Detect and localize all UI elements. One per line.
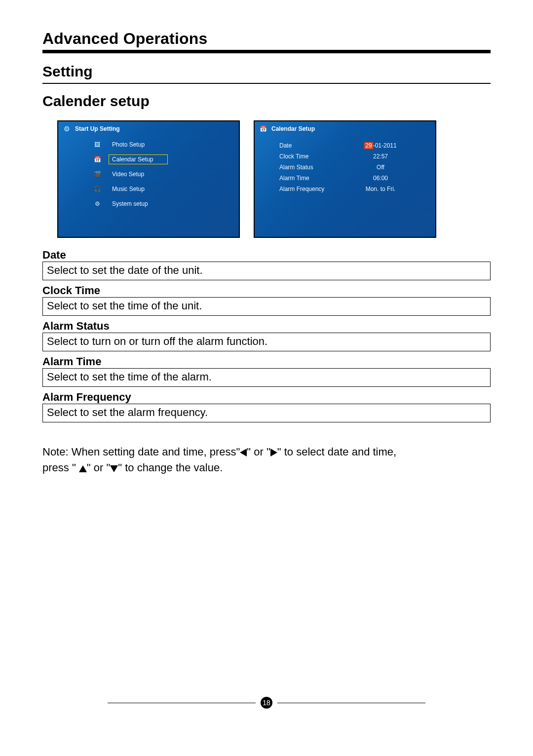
definition-label: Clock Time (42, 284, 491, 297)
note-text: Note: When setting date and time, press"… (42, 444, 491, 476)
calendar-icon (259, 124, 267, 133)
video-icon (93, 171, 102, 178)
triangle-right-icon (270, 449, 277, 456)
photo-icon (93, 141, 102, 148)
detail-value: 29-01-2011 (353, 142, 408, 149)
detail-value: Off (353, 164, 408, 171)
menu-item-music-setup[interactable]: Music Setup (93, 182, 239, 196)
title-rule (42, 50, 491, 53)
detail-row-date[interactable]: Date 29-01-2011 (279, 140, 435, 151)
menu-label: System setup (109, 199, 152, 209)
screenshots-row: Start Up Setting Photo Setup Calendar Se… (57, 120, 491, 238)
menu-label: Video Setup (109, 169, 148, 179)
calender-setup-heading: Calender setup (42, 93, 491, 110)
detail-row-alarm-time[interactable]: Alarm Time 06:00 (279, 173, 435, 184)
triangle-up-icon (79, 465, 87, 472)
detail-label: Date (279, 142, 353, 149)
triangle-left-icon (240, 449, 247, 456)
triangle-down-icon (110, 465, 118, 472)
definition-date: Date Select to set the date of the unit. (42, 249, 491, 280)
definition-text: Select to turn on or turn off the alarm … (42, 333, 491, 351)
footer-rule-right (277, 703, 425, 703)
detail-label: Alarm Status (279, 164, 353, 171)
menu-label: Calendar Setup (109, 154, 168, 164)
setting-heading: Setting (42, 63, 491, 80)
menu-item-system-setup[interactable]: System setup (93, 196, 239, 211)
page-number: 18 (261, 697, 272, 709)
definition-clock-time: Clock Time Select to set the time of the… (42, 284, 491, 316)
detail-value: Mon. to Fri. (353, 186, 408, 192)
definition-alarm-frequency: Alarm Frequency Select to set the alarm … (42, 391, 491, 422)
definition-label: Alarm Frequency (42, 391, 491, 404)
menu-item-photo-setup[interactable]: Photo Setup (93, 137, 239, 152)
gear-icon (93, 200, 102, 207)
definition-text: Select to set the alarm frequency. (42, 404, 491, 422)
definition-text: Select to set the date of the unit. (42, 262, 491, 280)
detail-label: Alarm Time (279, 175, 353, 182)
calendar-icon (93, 156, 102, 163)
definition-alarm-time: Alarm Time Select to set the time of the… (42, 355, 491, 387)
setting-rule (42, 83, 491, 84)
definition-alarm-status: Alarm Status Select to turn on or turn o… (42, 320, 491, 351)
footer-rule-left (108, 703, 256, 703)
detail-label: Clock Time (279, 153, 353, 160)
gear-icon (62, 124, 71, 133)
detail-label: Alarm Frequency (279, 186, 353, 192)
screenshot-calendar-setup: Calendar Setup Date 29-01-2011 Clock Tim… (254, 120, 436, 238)
detail-row-clock-time[interactable]: Clock Time 22:57 (279, 151, 435, 162)
menu-label: Music Setup (109, 184, 148, 194)
page-title: Advanced Operations (42, 30, 491, 48)
headphones-icon (93, 186, 102, 192)
detail-row-alarm-status[interactable]: Alarm Status Off (279, 162, 435, 173)
page-footer: 18 (0, 697, 533, 709)
definition-label: Date (42, 249, 491, 262)
definition-label: Alarm Time (42, 355, 491, 368)
detail-value: 06:00 (353, 175, 408, 182)
detail-value: 22:57 (353, 153, 408, 160)
screen-right-title: Calendar Setup (271, 125, 315, 132)
definition-text: Select to set the time of the unit. (42, 297, 491, 316)
definition-label: Alarm Status (42, 320, 491, 333)
menu-label: Photo Setup (109, 140, 148, 150)
screen-left-title: Start Up Setting (75, 125, 120, 132)
screenshot-startup-setting: Start Up Setting Photo Setup Calendar Se… (57, 120, 240, 238)
menu-item-calendar-setup[interactable]: Calendar Setup (93, 152, 239, 167)
menu-item-video-setup[interactable]: Video Setup (93, 167, 239, 182)
definition-text: Select to set the time of the alarm. (42, 368, 491, 387)
detail-row-alarm-frequency[interactable]: Alarm Frequency Mon. to Fri. (279, 184, 435, 194)
